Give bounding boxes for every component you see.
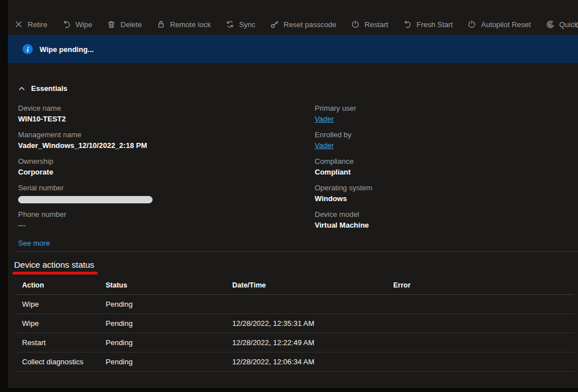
operating-system-value: Windows xyxy=(315,193,372,204)
quick-scan-button[interactable]: Quick scan xyxy=(546,20,578,29)
field-device-model: Device model Virtual Machine xyxy=(315,209,369,231)
restart-power-icon xyxy=(351,20,360,29)
remote-lock-button[interactable]: Remote lock xyxy=(157,20,211,29)
ownership-value: Corporate xyxy=(18,167,53,178)
primary-user-link[interactable]: Vader xyxy=(315,114,334,125)
management-name-value: Vader_Windows_12/10/2022_2:18 PM xyxy=(18,140,147,151)
cell-status: Pending xyxy=(106,319,133,328)
column-header-error: Error xyxy=(393,281,411,289)
cell-action: Wipe xyxy=(22,319,39,328)
table-header-row: Action Status Date/Time Error xyxy=(15,280,574,295)
fresh-start-label: Fresh Start xyxy=(416,20,453,29)
wipe-undo-icon xyxy=(62,20,71,29)
fresh-start-undo-icon xyxy=(403,20,412,29)
column-header-datetime: Date/Time xyxy=(232,281,266,289)
field-compliance: Compliance Compliant xyxy=(315,156,354,178)
banner-message: Wipe pending... xyxy=(40,45,94,54)
remote-lock-icon xyxy=(157,20,166,29)
delete-trash-icon xyxy=(107,20,116,29)
serial-number-redaction-pill xyxy=(18,196,153,203)
phone-number-label: Phone number xyxy=(18,209,66,220)
sync-button[interactable]: Sync xyxy=(225,20,255,29)
table-row: Wipe Pending xyxy=(15,295,574,314)
restart-button[interactable]: Restart xyxy=(351,20,388,29)
info-icon: i xyxy=(23,44,33,54)
cell-status: Pending xyxy=(106,300,133,308)
enrolled-by-label: Enrolled by xyxy=(315,129,351,140)
remote-lock-label: Remote lock xyxy=(170,20,211,29)
device-actions-status-title: Device actions status xyxy=(14,260,94,269)
table-row: Restart Pending 12/28/2022, 12:22:49 AM xyxy=(15,333,574,352)
cell-datetime: 12/28/2022, 12:06:34 AM xyxy=(232,358,314,366)
bottom-edge-strip xyxy=(0,388,578,392)
compliance-label: Compliance xyxy=(315,156,354,167)
operating-system-label: Operating system xyxy=(315,182,372,193)
device-model-label: Device model xyxy=(315,209,369,220)
cell-datetime: 12/28/2022, 12:35:31 AM xyxy=(232,319,314,328)
delete-button[interactable]: Delete xyxy=(107,20,142,29)
cell-datetime: 12/28/2022, 12:22:49 AM xyxy=(232,338,314,347)
cell-status: Pending xyxy=(106,358,133,366)
table-row: Wipe Pending 12/28/2022, 12:35:31 AM xyxy=(15,314,574,333)
sync-label: Sync xyxy=(239,20,255,29)
field-management-name: Management name Vader_Windows_12/10/2022… xyxy=(18,129,147,151)
field-serial-number: Serial number xyxy=(18,182,153,203)
device-model-value: Virtual Machine xyxy=(315,220,369,231)
retire-button[interactable]: Retire xyxy=(14,20,47,29)
device-actions-toolbar: Retire Wipe Delete Remote lock Sync Rese… xyxy=(14,16,578,33)
autopilot-reset-button[interactable]: Autopilot Reset xyxy=(467,20,531,29)
field-phone-number: Phone number --- xyxy=(18,209,66,231)
field-operating-system: Operating system Windows xyxy=(315,182,372,204)
retire-x-icon xyxy=(14,20,23,29)
autopilot-reset-label: Autopilot Reset xyxy=(481,20,531,29)
phone-number-value: --- xyxy=(18,220,66,231)
column-header-action: Action xyxy=(22,281,44,289)
essentials-divider xyxy=(17,251,578,252)
autopilot-reset-power-icon xyxy=(467,20,476,29)
field-ownership: Ownership Corporate xyxy=(18,156,53,178)
compliance-value: Compliant xyxy=(315,167,354,178)
column-header-status: Status xyxy=(106,281,127,289)
serial-number-label: Serial number xyxy=(18,182,153,193)
wipe-pending-banner: i Wipe pending... xyxy=(8,35,578,63)
cell-action: Wipe xyxy=(22,300,39,308)
essentials-title: Essentials xyxy=(31,84,67,93)
cell-status: Pending xyxy=(106,338,133,347)
chevron-up-icon xyxy=(18,85,25,92)
cell-action: Collect diagnostics xyxy=(22,358,83,366)
essentials-collapse-header[interactable]: Essentials xyxy=(18,84,67,93)
field-primary-user: Primary user Vader xyxy=(315,103,357,125)
wipe-button[interactable]: Wipe xyxy=(62,20,93,29)
primary-user-label: Primary user xyxy=(315,103,357,114)
wipe-label: Wipe xyxy=(76,20,93,29)
toolbar-overflow-partial-icon[interactable] xyxy=(574,21,578,28)
enrolled-by-link[interactable]: Vader xyxy=(315,140,334,151)
red-underline-annotation xyxy=(12,272,98,275)
see-more-link[interactable]: See more xyxy=(18,239,50,247)
reset-passcode-key-icon xyxy=(270,20,279,29)
sync-icon xyxy=(225,20,234,29)
field-device-name: Device name WIN10-TEST2 xyxy=(18,103,66,125)
field-enrolled-by: Enrolled by Vader xyxy=(315,129,351,151)
reset-passcode-label: Reset passcode xyxy=(284,20,336,29)
management-name-label: Management name xyxy=(18,129,147,140)
delete-label: Delete xyxy=(120,20,142,29)
quick-scan-icon xyxy=(546,20,555,29)
table-row: Collect diagnostics Pending 12/28/2022, … xyxy=(15,352,574,372)
retire-label: Retire xyxy=(28,20,47,29)
device-actions-table: Action Status Date/Time Error Wipe Pendi… xyxy=(15,280,574,372)
fresh-start-button[interactable]: Fresh Start xyxy=(403,20,453,29)
device-name-label: Device name xyxy=(18,103,66,114)
restart-label: Restart xyxy=(364,20,388,29)
ownership-label: Ownership xyxy=(18,156,53,167)
reset-passcode-button[interactable]: Reset passcode xyxy=(270,20,336,29)
cell-action: Restart xyxy=(22,338,46,347)
device-name-value: WIN10-TEST2 xyxy=(18,114,66,125)
left-edge-strip xyxy=(0,0,8,392)
